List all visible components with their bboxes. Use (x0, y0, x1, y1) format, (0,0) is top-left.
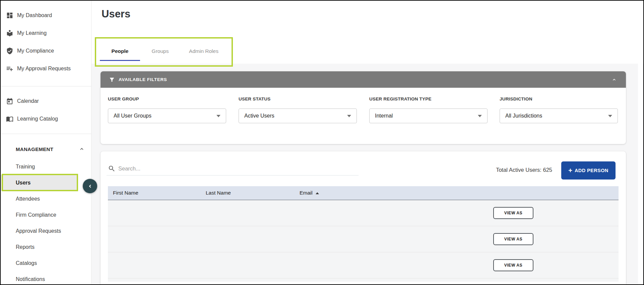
caret-down-icon (478, 115, 482, 117)
app-window: My Dashboard My Learning My Compliance M… (0, 0, 644, 285)
page-header: Users People Groups Admin Roles (91, 1, 643, 64)
tab-groups[interactable]: Groups (140, 43, 180, 60)
sidebar-item-label: My Approval Requests (17, 66, 71, 72)
column-header-label: Email (300, 190, 313, 196)
sidebar-item-users[interactable]: Users (1, 175, 77, 191)
select-value: All Jurisdictions (505, 113, 542, 119)
tab-people[interactable]: People (100, 43, 140, 60)
add-person-label: ADD PERSON (575, 168, 608, 173)
sidebar-item-training[interactable]: Training (1, 159, 91, 175)
column-header-first-name[interactable]: First Name (113, 190, 206, 196)
filter-label: USER GROUP (108, 96, 226, 101)
filter-jurisdiction: JURISDICTION All Jurisdictions (500, 96, 618, 123)
sidebar-item-calendar[interactable]: Calendar (1, 92, 91, 110)
sort-ascending-icon (316, 192, 319, 194)
view-as-button[interactable]: VIEW AS (493, 207, 533, 219)
filters-bar-title: AVAILABLE FILTERS (119, 77, 167, 82)
sidebar-item-attendees[interactable]: Attendees (1, 191, 91, 207)
sidebar-item-my-compliance[interactable]: My Compliance (1, 42, 91, 60)
table-row: VIEW AS (108, 226, 619, 253)
sidebar-item-label: Approval Requests (16, 228, 61, 234)
reader-icon (6, 29, 13, 37)
sidebar-item-learning-catalog[interactable]: Learning Catalog (1, 110, 91, 128)
sidebar-item-label: Firm Compliance (16, 212, 56, 218)
add-person-button[interactable]: + ADD PERSON (561, 161, 616, 180)
sidebar-item-label: Notifications (16, 276, 45, 282)
select-value: Internal (375, 113, 393, 119)
filter-user-group: USER GROUP All User Groups (108, 96, 226, 123)
users-table-panel: Total Active Users: 625 + ADD PERSON Fir… (101, 151, 626, 284)
sidebar-item-catalogs[interactable]: Catalogs (1, 255, 91, 271)
chevron-left-icon (87, 184, 93, 189)
caret-down-icon (347, 115, 351, 117)
table-row: VIEW AS (108, 253, 619, 279)
table-header-row: First Name Last Name Email (108, 186, 619, 200)
select-value: Active Users (244, 113, 274, 119)
chevron-up-icon (79, 146, 84, 152)
sidebar-item-label: Training (16, 164, 35, 170)
search-underline (107, 175, 359, 175)
search-icon (108, 165, 116, 172)
filter-label: USER STATUS (239, 96, 357, 101)
sidebar-item-label: My Dashboard (17, 12, 52, 18)
sidebar-item-label: Reports (16, 244, 35, 250)
column-header-last-name[interactable]: Last Name (206, 190, 300, 196)
view-as-button[interactable]: VIEW AS (493, 233, 533, 245)
total-active-users-label: Total Active Users: 625 (496, 167, 552, 173)
user-status-select[interactable]: Active Users (239, 109, 357, 123)
sidebar-item-my-dashboard[interactable]: My Dashboard (1, 6, 91, 24)
caret-down-icon (608, 115, 612, 117)
user-registration-type-select[interactable]: Internal (369, 109, 488, 123)
view-as-button[interactable]: VIEW AS (493, 259, 533, 271)
sidebar-divider (1, 134, 91, 134)
jurisdiction-select[interactable]: All Jurisdictions (500, 109, 618, 123)
sidebar-item-label: My Learning (17, 30, 47, 36)
table-body: VIEW AS VIEW AS VIEW AS (108, 200, 619, 282)
sidebar-item-approval-requests[interactable]: Approval Requests (1, 223, 91, 239)
sidebar-item-label: My Compliance (17, 48, 54, 54)
sidebar-item-notifications[interactable]: Notifications (1, 271, 91, 285)
filter-funnel-icon (109, 77, 115, 83)
search-input[interactable] (118, 163, 326, 173)
sidebar-item-my-approval-requests[interactable]: My Approval Requests (1, 60, 91, 77)
sidebar-item-firm-compliance[interactable]: Firm Compliance (1, 207, 91, 223)
user-group-select[interactable]: All User Groups (108, 109, 226, 123)
sidebar-top-group: My Dashboard My Learning My Compliance M… (1, 1, 91, 77)
tab-bar: People Groups Admin Roles (100, 43, 227, 60)
collapse-filters-chevron-up-icon[interactable] (612, 77, 617, 82)
filter-user-registration-type: USER REGISTRATION TYPE Internal (369, 96, 488, 123)
shield-check-icon (6, 47, 13, 55)
active-tab-indicator (100, 60, 140, 61)
select-value: All User Groups (114, 113, 151, 119)
open-book-icon (6, 115, 13, 123)
page-title: Users (102, 8, 130, 20)
list-plus-icon (6, 65, 13, 72)
filter-label: USER REGISTRATION TYPE (369, 96, 488, 101)
management-section-label: MANAGEMENT (16, 146, 53, 152)
filter-user-status: USER STATUS Active Users (239, 96, 357, 123)
table-row: VIEW AS (108, 200, 619, 226)
sidebar-item-label: Catalogs (16, 260, 37, 266)
scroll-gutter (638, 64, 643, 284)
sidebar-item-label: Learning Catalog (17, 116, 58, 122)
management-list: Training Users Attendees Firm Compliance… (1, 159, 91, 285)
sidebar-mid-group: Calendar Learning Catalog (1, 86, 91, 128)
tab-admin-roles[interactable]: Admin Roles (180, 43, 227, 60)
sidebar-item-label: Attendees (16, 196, 40, 202)
sidebar: My Dashboard My Learning My Compliance M… (1, 1, 91, 284)
table-row (108, 279, 619, 282)
main-content: Users People Groups Admin Roles AVAILABL… (91, 1, 643, 284)
caret-down-icon (216, 115, 220, 117)
sidebar-collapse-button[interactable] (83, 179, 97, 193)
sidebar-section-management[interactable]: MANAGEMENT (1, 141, 91, 157)
dashboard-icon (6, 12, 13, 19)
filters-panel: AVAILABLE FILTERS USER GROUP All User Gr… (101, 71, 626, 144)
sidebar-item-label: Calendar (17, 98, 39, 104)
available-filters-bar[interactable]: AVAILABLE FILTERS (101, 71, 626, 88)
filter-label: JURISDICTION (500, 96, 618, 101)
column-header-email[interactable]: Email (300, 190, 319, 196)
sidebar-item-reports[interactable]: Reports (1, 239, 91, 255)
sidebar-item-my-learning[interactable]: My Learning (1, 24, 91, 42)
plus-icon: + (568, 167, 572, 174)
calendar-icon (6, 97, 13, 105)
